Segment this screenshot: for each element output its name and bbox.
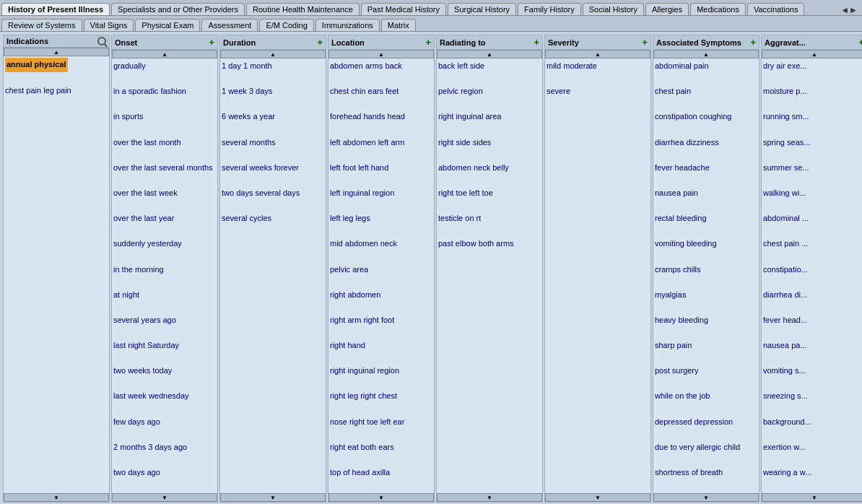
- list-item[interactable]: at night: [113, 289, 216, 302]
- list-item[interactable]: over the last several months: [113, 162, 216, 175]
- tab-matrix[interactable]: Matrix: [381, 19, 416, 31]
- list-item[interactable]: suddenly yesterday: [113, 238, 216, 251]
- tab-em-coding[interactable]: E/M Coding: [259, 19, 313, 31]
- list-item[interactable]: right inguinal area: [438, 110, 541, 123]
- list-item[interactable]: nose right toe left ear: [330, 416, 432, 429]
- list-item[interactable]: myalgias: [655, 289, 757, 302]
- list-item[interactable]: right toe left toe: [438, 187, 541, 200]
- list-item[interactable]: cramps chills: [655, 264, 757, 277]
- scroll-down-associated_symptoms[interactable]: ▼: [653, 493, 759, 502]
- list-item[interactable]: right hand: [330, 339, 432, 352]
- tab-history-present-illness[interactable]: History of Present Illness: [1, 3, 110, 15]
- list-item[interactable]: constipation coughing: [655, 110, 757, 123]
- list-item[interactable]: running sm...: [763, 110, 862, 123]
- add-button-duration[interactable]: +: [317, 37, 323, 48]
- list-item[interactable]: nausea pain: [655, 187, 757, 200]
- list-item[interactable]: several months: [222, 136, 324, 149]
- scroll-up-location[interactable]: ▲: [328, 50, 434, 58]
- list-item[interactable]: summer se...: [763, 162, 862, 175]
- list-item[interactable]: pelvic area: [330, 264, 432, 277]
- tab-surgical-history[interactable]: Surgical History: [448, 3, 516, 15]
- tab-vital-signs[interactable]: Vital Signs: [84, 19, 134, 31]
- list-item[interactable]: two days several days: [222, 187, 324, 200]
- add-button-associated_symptoms[interactable]: +: [750, 37, 756, 48]
- list-item[interactable]: two weeks today: [113, 365, 216, 378]
- nav-left-arrow[interactable]: ◄: [840, 5, 849, 15]
- list-item[interactable]: several weeks forever: [222, 162, 324, 175]
- tab-family-history[interactable]: Family History: [518, 3, 581, 15]
- list-item[interactable]: walking wi...: [763, 187, 862, 200]
- tab-medications[interactable]: Medications: [690, 3, 746, 15]
- nav-arrows[interactable]: ◄ ►: [840, 5, 861, 15]
- list-item[interactable]: top of head axilla: [330, 466, 432, 479]
- list-item[interactable]: over the last month: [113, 136, 216, 149]
- list-item[interactable]: chest pain ...: [763, 238, 862, 251]
- list-item[interactable]: left leg legs: [330, 212, 432, 225]
- list-item[interactable]: moisture p...: [763, 85, 862, 98]
- list-item[interactable]: annual physical: [5, 58, 108, 72]
- list-item[interactable]: diarrhea di...: [763, 289, 862, 302]
- list-item[interactable]: fever head...: [763, 314, 862, 327]
- scroll-down-indications[interactable]: ▼: [4, 493, 109, 502]
- list-item[interactable]: due to very allergic child: [655, 441, 757, 454]
- list-item[interactable]: shortness of breath: [655, 466, 757, 479]
- scroll-up-onset[interactable]: ▲: [112, 50, 217, 58]
- tab-assessment[interactable]: Assessment: [201, 19, 258, 31]
- list-item[interactable]: abdomen arms back: [330, 60, 432, 73]
- scroll-down-onset[interactable]: ▼: [112, 493, 217, 502]
- list-item[interactable]: several cycles: [222, 212, 324, 225]
- scroll-up-radiating_to[interactable]: ▲: [437, 50, 542, 58]
- list-item[interactable]: 1 week 3 days: [222, 85, 324, 98]
- list-item[interactable]: diarrhea dizziness: [655, 136, 757, 149]
- list-item[interactable]: right side sides: [438, 136, 541, 149]
- list-item[interactable]: over the last week: [113, 187, 216, 200]
- tab-routine-health[interactable]: Routine Health Maintenance: [246, 3, 360, 15]
- selected-item[interactable]: annual physical: [5, 58, 68, 72]
- list-item[interactable]: sneezing s...: [763, 390, 862, 403]
- list-item[interactable]: in a sporadic fashion: [113, 85, 216, 98]
- list-item[interactable]: post surgery: [655, 365, 757, 378]
- list-item[interactable]: mild moderate: [547, 60, 649, 73]
- list-item[interactable]: heavy bleeding: [655, 314, 757, 327]
- list-item[interactable]: 6 weeks a year: [222, 110, 324, 123]
- list-item[interactable]: sharp pain: [655, 339, 757, 352]
- list-item[interactable]: gradually: [113, 60, 216, 73]
- add-button-location[interactable]: +: [425, 37, 431, 48]
- tab-review-systems[interactable]: Review of Systems: [1, 19, 82, 31]
- tab-immunizations[interactable]: Immunizations: [315, 19, 380, 31]
- add-button-radiating_to[interactable]: +: [534, 37, 539, 48]
- list-item[interactable]: severe: [547, 85, 649, 98]
- list-item[interactable]: mid abdomen neck: [330, 238, 432, 251]
- list-item[interactable]: back left side: [438, 60, 541, 73]
- list-item[interactable]: right leg right chest: [330, 390, 432, 403]
- list-item[interactable]: chest chin ears feet: [330, 85, 432, 98]
- list-item[interactable]: 2 months 3 days ago: [113, 441, 216, 454]
- list-item[interactable]: depressed depression: [655, 416, 757, 429]
- scroll-up-severity[interactable]: ▲: [545, 50, 650, 58]
- scroll-up-associated_symptoms[interactable]: ▲: [653, 50, 759, 58]
- list-item[interactable]: forehead hands head: [330, 110, 432, 123]
- list-item[interactable]: abdomen neck belly: [438, 162, 541, 175]
- scroll-down-severity[interactable]: ▼: [545, 493, 650, 502]
- list-item[interactable]: two days ago: [113, 466, 216, 479]
- list-item[interactable]: in spurts: [113, 110, 216, 123]
- list-item[interactable]: vomiting s...: [763, 365, 862, 378]
- list-item[interactable]: dry air exe...: [763, 60, 862, 73]
- list-item[interactable]: testicle on rt: [438, 212, 541, 225]
- scroll-down-duration[interactable]: ▼: [220, 493, 326, 502]
- add-button-aggravation[interactable]: +: [858, 37, 862, 48]
- list-item[interactable]: right eat both ears: [330, 441, 432, 454]
- scroll-up-indications[interactable]: ▲: [4, 48, 109, 56]
- list-item[interactable]: right arm right foot: [330, 314, 432, 327]
- list-item[interactable]: chest pain leg pain: [5, 84, 108, 97]
- add-button-onset[interactable]: +: [209, 37, 214, 48]
- scroll-down-radiating_to[interactable]: ▼: [437, 493, 542, 502]
- scroll-down-aggravation[interactable]: ▼: [762, 493, 862, 502]
- list-item[interactable]: 1 day 1 month: [222, 60, 324, 73]
- tab-specialists[interactable]: Specialists and or Other Providers: [111, 3, 245, 15]
- list-item[interactable]: chest pain: [655, 85, 757, 98]
- list-item[interactable]: rectal bleeding: [655, 212, 757, 225]
- list-item[interactable]: vomiting bleeding: [655, 238, 757, 251]
- tab-vaccinations[interactable]: Vaccinations: [747, 3, 805, 15]
- list-item[interactable]: spring seas...: [763, 136, 862, 149]
